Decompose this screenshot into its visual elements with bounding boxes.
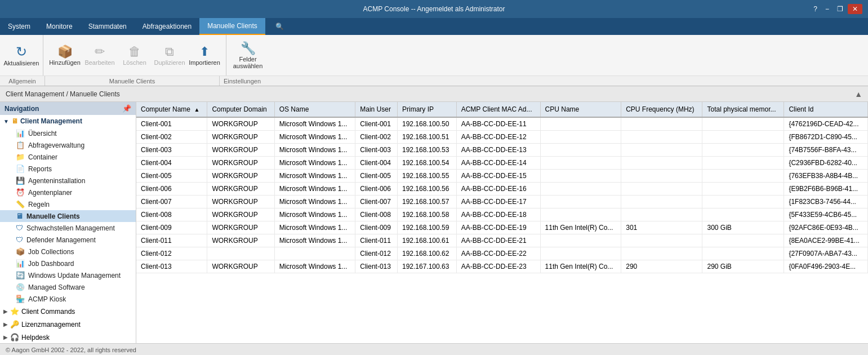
sidebar-item-container[interactable]: 📁 Container	[0, 151, 136, 163]
help-button[interactable]: ?	[810, 4, 821, 14]
sidebar-item-abfrageverwaltung[interactable]: 📋 Abfrageverwaltung	[0, 139, 136, 151]
cell-client-id: {763EFB38-A8B4-4B...	[784, 170, 868, 183]
cell-cpu-freq	[621, 196, 702, 208]
table-row[interactable]: Client-003WORKGROUPMicrosoft Windows 1..…	[136, 144, 868, 157]
sidebar-item-job-dashboard[interactable]: 📊 Job Dashboard	[0, 258, 136, 269]
table-row[interactable]: Client-011WORKGROUPMicrosoft Windows 1..…	[136, 234, 868, 247]
col-header-total-mem[interactable]: Total physical memor...	[702, 102, 784, 117]
pin-icon[interactable]: 📌	[122, 104, 131, 113]
bearbeiten-button[interactable]: ✏ Bearbeiten	[83, 37, 117, 73]
client-commands-icon: ⭐	[10, 307, 19, 316]
sidebar-item-helpdesk[interactable]: ▶ 🎧 Helpdesk	[0, 331, 136, 343]
col-header-cpu-freq[interactable]: CPU Frequency (MHz)	[621, 102, 702, 117]
table-row[interactable]: Client-001WORKGROUPMicrosoft Windows 1..…	[136, 117, 868, 131]
col-header-cpu-name[interactable]: CPU Name	[540, 102, 621, 117]
col-header-computer-name[interactable]: Computer Name ▲	[136, 102, 207, 117]
search-button[interactable]: 🔍	[271, 18, 288, 35]
cell-os-name: Microsoft Windows 1...	[274, 260, 355, 273]
sidebar-item-acmp-kiosk[interactable]: 🏪 ACMP Kiosk	[0, 293, 136, 305]
client-commands-label: Client Commands	[21, 308, 75, 316]
cell-computer-name: Client-008	[136, 208, 207, 221]
duplizieren-icon: ⧉	[165, 45, 174, 59]
toolbar-label-manuelle-clients: Manuelle Clients	[45, 76, 220, 86]
menu-item-abfrageaktionen[interactable]: Abfrageaktionen	[135, 18, 199, 35]
collapse-icon[interactable]: ▲	[854, 90, 862, 99]
cell-computer-domain: WORKGROUP	[207, 131, 274, 144]
felder-auswaehlen-button[interactable]: 🔧 Felderauswählen	[231, 37, 265, 73]
cell-primary-ip: 192.168.100.53	[397, 144, 456, 157]
sidebar-group-client-management: ▼ 🖥 Client Management 📊 Übersicht 📋 Abfr…	[0, 115, 136, 305]
sidebar-item-job-collections[interactable]: 📦 Job Collections	[0, 246, 136, 258]
col-header-computer-domain[interactable]: Computer Domain	[207, 102, 274, 117]
col-header-primary-ip[interactable]: Primary IP	[397, 102, 456, 117]
cell-computer-domain	[207, 247, 274, 260]
cell-primary-ip: 192.168.100.54	[397, 157, 456, 170]
table-row[interactable]: Client-009WORKGROUPMicrosoft Windows 1..…	[136, 221, 868, 234]
toolbar: ↻ Aktualisieren 📦 Hinzufügen ✏ Bearbeite…	[0, 35, 868, 86]
importieren-button[interactable]: ⬆ Importieren	[188, 37, 221, 73]
sidebar-item-agenteninstallation[interactable]: 💾 Agenteninstallation	[0, 175, 136, 187]
cell-os-name: Microsoft Windows 1...	[274, 234, 355, 247]
navigation-header: Navigation 📌	[0, 102, 136, 115]
sidebar-group-toggle-client-management[interactable]: ▼ 🖥 Client Management	[0, 115, 136, 127]
cell-cpu-name	[540, 157, 621, 170]
reports-label: Reports	[28, 165, 52, 173]
col-header-acmp-mac[interactable]: ACMP Client MAC Ad...	[456, 102, 540, 117]
table-row[interactable]: Client-004WORKGROUPMicrosoft Windows 1..…	[136, 157, 868, 170]
table-row[interactable]: Client-012Client-012192.168.100.62AA-BB-…	[136, 247, 868, 260]
table-row[interactable]: Client-008WORKGROUPMicrosoft Windows 1..…	[136, 208, 868, 221]
cell-cpu-freq	[621, 157, 702, 170]
sidebar-item-uebersicht[interactable]: 📊 Übersicht	[0, 127, 136, 139]
table-row[interactable]: Client-006WORKGROUPMicrosoft Windows 1..…	[136, 183, 868, 196]
cell-total-mem	[702, 234, 784, 247]
uebersicht-icon: 📊	[16, 129, 25, 137]
sidebar-item-agentenplaner[interactable]: ⏰ Agentenplaner	[0, 187, 136, 198]
menu-item-system[interactable]: System	[0, 18, 38, 35]
cell-computer-domain: WORKGROUP	[207, 196, 274, 208]
sidebar-item-managed-software[interactable]: 💿 Managed Software	[0, 281, 136, 293]
data-table: Computer Name ▲ Computer Domain OS Name …	[136, 102, 868, 273]
cell-acmp-mac: AA-BB-CC-DD-EE-21	[456, 234, 540, 247]
table-row[interactable]: Client-013WORKGROUPMicrosoft Windows 1..…	[136, 260, 868, 273]
toolbar-label-einstellungen: Einstellungen	[220, 76, 265, 86]
aktualisieren-button[interactable]: ↻ Aktualisieren	[5, 37, 38, 73]
duplizieren-button[interactable]: ⧉ Duplizieren	[153, 37, 186, 73]
col-header-os-name[interactable]: OS Name	[274, 102, 355, 117]
cell-cpu-name	[540, 196, 621, 208]
minimize-button[interactable]: −	[822, 4, 833, 14]
cell-total-mem	[702, 131, 784, 144]
felder-icon: 🔧	[241, 41, 256, 56]
sidebar-item-defender[interactable]: 🛡 Defender Management	[0, 234, 136, 246]
menu-item-stammdaten[interactable]: Stammdaten	[81, 18, 135, 35]
loeschen-button[interactable]: 🗑 Löschen	[118, 37, 152, 73]
menu-item-monitore[interactable]: Monitore	[38, 18, 81, 35]
cell-computer-name: Client-002	[136, 131, 207, 144]
cell-os-name	[274, 247, 355, 260]
close-button[interactable]: ✕	[848, 4, 862, 14]
data-table-wrapper[interactable]: Computer Name ▲ Computer Domain OS Name …	[136, 102, 868, 343]
cell-cpu-name	[540, 131, 621, 144]
col-header-main-user[interactable]: Main User	[355, 102, 398, 117]
sidebar-item-manuelle-clients[interactable]: 🖥 Manuelle Clients	[0, 210, 136, 222]
sidebar-item-schwachstellen[interactable]: 🛡 Schwachstellen Management	[0, 222, 136, 234]
table-row[interactable]: Client-007WORKGROUPMicrosoft Windows 1..…	[136, 196, 868, 208]
sidebar-item-windows-update[interactable]: 🔄 Windows Update Management	[0, 269, 136, 281]
menu-item-manuelle-clients[interactable]: Manuelle Clients	[199, 18, 265, 35]
sidebar-item-reports[interactable]: 📄 Reports	[0, 163, 136, 175]
col-header-client-id[interactable]: Client Id	[784, 102, 868, 117]
abfrageverwaltung-label: Abfrageverwaltung	[28, 141, 84, 149]
status-text: © Aagon GmbH 2002 - 2022, all rights res…	[6, 347, 136, 353]
maximize-button[interactable]: ❐	[834, 4, 847, 14]
table-row[interactable]: Client-002WORKGROUPMicrosoft Windows 1..…	[136, 131, 868, 144]
cell-acmp-mac: AA-BB-CC-DD-EE-11	[456, 117, 540, 131]
cell-cpu-name	[540, 247, 621, 260]
cell-client-id: {0FA0F496-2903-4E...	[784, 260, 868, 273]
sidebar-item-client-commands[interactable]: ▶ ⭐ Client Commands	[0, 305, 136, 318]
cell-primary-ip: 192.168.100.50	[397, 117, 456, 131]
cell-cpu-freq: 290	[621, 260, 702, 273]
sidebar-item-lizenzmanagement[interactable]: ▶ 🔑 Lizenzmanagement	[0, 318, 136, 331]
sidebar-item-regeln[interactable]: 📏 Regeln	[0, 198, 136, 210]
table-row[interactable]: Client-005WORKGROUPMicrosoft Windows 1..…	[136, 170, 868, 183]
cell-client-id: {5F433E59-4CB6-45...	[784, 208, 868, 221]
hinzufuegen-button[interactable]: 📦 Hinzufügen	[48, 37, 82, 73]
